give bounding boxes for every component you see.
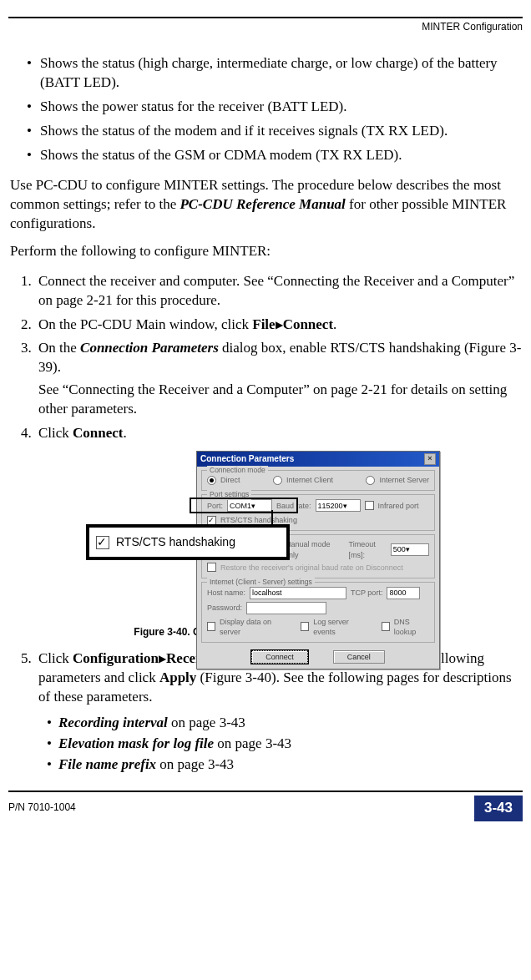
step-3-detail: See “Connecting the Receiver and a Compu… [38,381,523,419]
restore-checkbox[interactable] [207,563,216,572]
procedure-intro: Perform the following to configure MINTE… [8,242,523,261]
radio-internet-client[interactable] [273,476,282,485]
radio-direct[interactable] [207,476,216,485]
list-item: File name prefix on page 3-43 [47,755,523,775]
group-label: Internet (Client - Server) settings [207,578,315,587]
feature-bullets: Shows the status (high charge, intermedi… [8,52,523,168]
param-name: Recording interval [58,715,168,730]
timeout-value: 500 [393,544,406,554]
tcp-field[interactable]: 8000 [387,587,420,599]
baud-value: 115200 [318,501,343,511]
step-text: On the PC-CDU Main window, click [38,316,252,332]
radio-label: Direct [220,475,240,485]
host-field[interactable]: localhost [250,587,346,599]
log-events-label: Log server events [313,617,366,637]
list-item: Recording interval on page 3-43 [47,713,523,734]
host-value: localhost [252,588,282,598]
step-text: . [333,316,336,332]
page-footer: P/N 7010-1004 3-43 [8,791,523,821]
radio-label: Internet Server [379,475,429,485]
connection-mode-group: Connection mode Direct Internet Client I… [201,470,435,491]
baud-dropdown[interactable]: 115200 ▾ [316,499,361,512]
step-4: Click Connect. [35,422,523,446]
page-ref: on page 3-43 [214,735,291,751]
bullet-text: Shows the status (high charge, intermedi… [40,54,523,93]
password-field[interactable] [246,602,326,614]
port-label: Port: [207,501,223,511]
step-text: Connect the receiver and computer. See “… [38,273,514,308]
cancel-button[interactable]: Cancel [333,650,385,664]
list-item: Elevation mask for log file on page 3-43 [47,734,523,755]
part-number: P/N 7010-1004 [8,796,76,814]
parameter-list: Recording interval on page 3-43 Elevatio… [8,713,523,775]
reference-title: PC-CDU Reference Manual [180,196,345,212]
figure-connection-parameters: Connection Parameters × Connection mode … [86,451,445,622]
baud-label: Baud rate: [276,501,311,511]
page-number: 3-43 [474,796,523,821]
button-name: Apply [159,669,196,685]
port-value: COM1 [230,501,251,511]
callout-checkbox-icon [96,536,109,549]
section-title: MINTER Configuration [422,20,523,33]
triangle-icon: ▶ [276,319,283,331]
group-label: Port settings [207,490,251,499]
bullet-item: Shows the status of the GSM or CDMA mode… [27,144,523,168]
param-name: Elevation mask for log file [58,735,214,751]
bullet-text: Shows the status of the GSM or CDMA mode… [40,146,402,165]
dns-label: DNS lookup [394,617,429,637]
callout-box: RTS/CTS handshaking [86,524,290,560]
step-text: . [124,425,127,441]
radio-internet-server[interactable] [366,476,375,485]
infrared-label: Infrared port [378,501,419,511]
dialog-buttons: Connect Cancel [197,646,439,669]
callout-text: RTS/CTS handshaking [116,534,235,550]
bullet-item: Shows the status (high charge, intermedi… [27,52,523,95]
timeout-dropdown[interactable]: 500 ▾ [391,543,429,556]
display-data-label: Display data on server [220,617,286,637]
password-label: Password: [207,603,242,613]
param-name: File name prefix [58,756,156,772]
tcp-label: TCP port: [351,588,382,598]
step-2: On the PC-CDU Main window, click File▶Co… [35,313,523,337]
restore-label: Restore the receiver's original baud rat… [220,563,403,573]
connection-parameters-dialog: Connection Parameters × Connection mode … [196,451,440,669]
step-text: On the [38,340,80,356]
bullet-item: Shows the power status for the receiver … [27,95,523,119]
triangle-icon: ▶ [159,653,166,664]
step-3: On the Connection Parameters dialog box,… [35,336,523,422]
log-events-checkbox[interactable] [301,622,309,631]
step-text: Click [38,425,73,441]
display-data-checkbox[interactable] [207,622,215,631]
tcp-value: 8000 [389,588,406,598]
group-label: Connection mode [207,466,268,475]
timeout-label: Timeout [ms]: [349,539,387,559]
infrared-checkbox[interactable] [365,501,374,510]
page-ref: on page 3-43 [156,756,234,772]
button-name: Connect [73,425,123,441]
port-dropdown[interactable]: COM1 ▾ [227,499,272,512]
close-icon[interactable]: × [424,453,436,465]
dialog-title: Connection Parameters [200,453,294,465]
section-header: MINTER Configuration [8,17,523,33]
step-1: Connect the receiver and computer. See “… [35,270,523,313]
menu-name: File [252,316,275,332]
step-text: Click [38,650,73,666]
bullet-item: Shows the status of the modem and if it … [27,119,523,144]
page-ref: on page 3-43 [168,715,245,730]
bullet-text: Shows the power status for the receiver … [40,98,346,117]
radio-label: Internet Client [286,475,333,485]
dialog-titlebar: Connection Parameters × [197,452,439,467]
host-label: Host name: [207,588,245,598]
bullet-text: Shows the status of the modem and if it … [40,122,448,141]
menu-name: Configuration [73,650,159,666]
dialog-name: Connection Parameters [80,340,219,356]
menu-item: Connect [283,316,333,332]
procedure-steps: Connect the receiver and computer. See “… [8,270,523,447]
connect-button[interactable]: Connect [251,650,308,664]
dns-checkbox[interactable] [382,622,390,631]
manual-label: Manual mode only [285,539,336,559]
intro-paragraph: Use PC-CDU to configure MINTER settings.… [8,176,523,234]
internet-settings-group: Internet (Client - Server) settings Host… [201,582,435,643]
